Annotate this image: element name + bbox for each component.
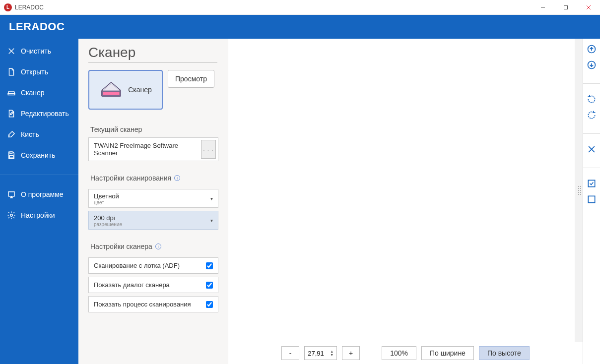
svg-rect-9 bbox=[8, 192, 14, 196]
scanner-settings-header: Настройки сканера i bbox=[88, 239, 218, 254]
progress-check-row[interactable]: Показать процесс сканирования bbox=[88, 296, 218, 312]
scanner-big-icon bbox=[99, 80, 123, 100]
adf-checkbox[interactable] bbox=[206, 262, 213, 269]
info-icon: i bbox=[174, 175, 180, 181]
current-scanner-name: TWAIN2 FreeImage Software Scanner bbox=[89, 138, 196, 161]
edit-icon bbox=[7, 109, 16, 118]
sidebar-item-label: Настройки bbox=[21, 211, 55, 219]
app-icon: L bbox=[4, 3, 12, 11]
color-mode-sub: цвет bbox=[94, 200, 213, 205]
select-all-button[interactable] bbox=[585, 177, 598, 190]
svg-rect-17 bbox=[588, 180, 595, 186]
scan-settings-header: Настройки сканирования i bbox=[88, 170, 218, 186]
gear-icon bbox=[7, 211, 16, 220]
sidebar-item-brush[interactable]: Кисть bbox=[0, 124, 78, 145]
chevron-down-icon: ▾ bbox=[210, 196, 213, 201]
svg-rect-18 bbox=[588, 196, 595, 202]
sidebar-item-clear[interactable]: Очистить bbox=[0, 41, 78, 61]
color-mode-value: Цветной bbox=[94, 192, 213, 200]
grip-icon bbox=[578, 186, 581, 195]
current-scanner-header: Текущий сканер bbox=[88, 121, 218, 137]
svg-rect-1 bbox=[564, 5, 568, 9]
dialog-check-row[interactable]: Показать диалог сканера bbox=[88, 277, 218, 293]
svg-rect-8 bbox=[9, 156, 13, 158]
panel-title: Сканер bbox=[88, 45, 218, 61]
chevron-down-icon: ▾ bbox=[210, 218, 213, 223]
preview-button[interactable]: Просмотр bbox=[168, 70, 214, 88]
sidebar-item-edit[interactable]: Редактировать bbox=[0, 103, 78, 124]
save-icon bbox=[7, 151, 16, 160]
about-icon bbox=[7, 190, 16, 199]
window-title: LERADOC bbox=[15, 4, 44, 11]
resolution-dropdown[interactable]: 200 dpi разрешение ▾ bbox=[88, 211, 218, 230]
sidebar-item-label: О программе bbox=[21, 190, 64, 198]
zoom-out-button[interactable]: - bbox=[281, 346, 299, 360]
fit-height-button[interactable]: По высоте bbox=[479, 346, 530, 360]
preview-scrollbar-track[interactable] bbox=[575, 39, 583, 342]
svg-point-10 bbox=[10, 214, 13, 217]
scan-button[interactable]: Сканер bbox=[88, 70, 163, 110]
x-icon bbox=[7, 47, 16, 56]
dialog-checkbox[interactable] bbox=[206, 282, 213, 289]
color-mode-dropdown[interactable]: Цветной цвет ▾ bbox=[88, 189, 218, 208]
sidebar-item-open[interactable]: Открыть bbox=[0, 61, 78, 82]
preview-surface[interactable] bbox=[229, 40, 575, 341]
svg-rect-6 bbox=[8, 94, 15, 95]
close-button[interactable] bbox=[577, 0, 600, 15]
zoom-toolbar: - 27,91 ▲▼ + 100% По ширине По высоте bbox=[228, 342, 583, 364]
zoom-value: 27,91 bbox=[308, 350, 324, 357]
brush-icon bbox=[7, 130, 16, 139]
svg-rect-7 bbox=[10, 152, 12, 154]
zoom-100-button[interactable]: 100% bbox=[382, 346, 416, 360]
move-up-button[interactable] bbox=[585, 43, 598, 56]
sidebar-item-save[interactable]: Сохранить bbox=[0, 145, 78, 166]
sidebar-item-label: Открыть bbox=[21, 68, 48, 76]
brand-text: LERADOC bbox=[9, 20, 65, 33]
info-icon: i bbox=[155, 243, 161, 249]
right-rail bbox=[583, 39, 600, 364]
sidebar-item-label: Сканер bbox=[21, 89, 45, 97]
sidebar-item-label: Кисть bbox=[21, 130, 39, 138]
fit-width-button[interactable]: По ширине bbox=[421, 346, 474, 360]
delete-button[interactable] bbox=[585, 143, 598, 156]
zoom-value-input[interactable]: 27,91 ▲▼ bbox=[304, 346, 337, 360]
sidebar-item-label: Редактировать bbox=[21, 110, 69, 118]
sidebar-divider bbox=[0, 175, 78, 175]
move-down-button[interactable] bbox=[585, 59, 598, 71]
brandbar: LERADOC bbox=[0, 15, 600, 39]
maximize-button[interactable] bbox=[554, 0, 577, 15]
scanner-panel: Сканер Сканер Просмотр Текущий сканер TW… bbox=[78, 39, 228, 364]
adf-check-row[interactable]: Сканирование с лотка (ADF) bbox=[88, 257, 218, 274]
titlebar: L LERADOC bbox=[0, 0, 600, 15]
sidebar-item-label: Сохранить bbox=[21, 151, 56, 159]
dialog-label: Показать диалог сканера bbox=[94, 281, 170, 289]
adf-label: Сканирование с лотка (ADF) bbox=[94, 262, 180, 269]
sidebar-item-label: Очистить bbox=[21, 47, 51, 55]
svg-rect-12 bbox=[103, 92, 120, 95]
rotate-right-button[interactable] bbox=[585, 109, 598, 121]
zoom-in-button[interactable]: + bbox=[342, 346, 360, 360]
resolution-value: 200 dpi bbox=[94, 214, 213, 222]
sidebar-item-scanner[interactable]: Сканер bbox=[0, 82, 78, 103]
sidebar-item-settings[interactable]: Настройки bbox=[0, 205, 78, 226]
scan-button-label: Сканер bbox=[128, 86, 152, 94]
minimize-button[interactable] bbox=[532, 0, 554, 15]
stepper-arrows-icon[interactable]: ▲▼ bbox=[330, 350, 333, 357]
scanner-icon bbox=[7, 88, 16, 97]
resolution-sub: разрешение bbox=[94, 222, 213, 227]
select-none-button[interactable] bbox=[585, 193, 598, 206]
rotate-left-button[interactable] bbox=[585, 93, 598, 106]
preview-column: - 27,91 ▲▼ + 100% По ширине По высоте bbox=[228, 39, 583, 364]
progress-checkbox[interactable] bbox=[206, 301, 213, 308]
progress-label: Показать процесс сканирования bbox=[94, 301, 191, 308]
sidebar: Очистить Открыть Сканер Редактировать Ки… bbox=[0, 39, 78, 364]
file-icon bbox=[7, 67, 16, 76]
sidebar-item-about[interactable]: О программе bbox=[0, 184, 78, 205]
browse-scanner-button[interactable]: . . . bbox=[201, 140, 216, 159]
